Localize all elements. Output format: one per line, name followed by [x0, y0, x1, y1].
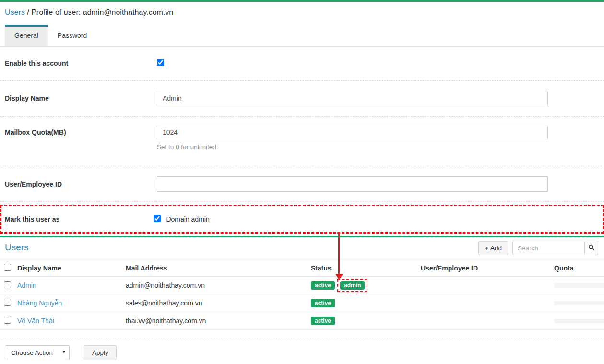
- users-table: Display Name Mail Address Status User/Em…: [0, 259, 604, 330]
- table-row: Nhàng Nguyễn sales@noithathay.com.vn act…: [0, 294, 604, 312]
- breadcrumb-separator: /: [25, 8, 31, 16]
- action-select[interactable]: Choose Action: [5, 345, 70, 360]
- users-toolbar: +Add: [478, 241, 598, 255]
- quota-bar: [554, 319, 604, 323]
- search-icon: [588, 244, 595, 252]
- breadcrumb-users-link[interactable]: Users: [5, 8, 25, 16]
- search-button[interactable]: [584, 241, 598, 255]
- table-header-row: Display Name Mail Address Status User/Em…: [0, 259, 604, 277]
- row-checkbox[interactable]: [4, 281, 11, 288]
- users-panel-title: Users: [5, 242, 29, 253]
- mailbox-quota-input[interactable]: [157, 125, 548, 140]
- table-row: Admin admin@noithathay.com.vn active adm…: [0, 277, 604, 294]
- search-input[interactable]: [512, 241, 584, 255]
- user-link[interactable]: Nhàng Nguyễn: [17, 299, 62, 307]
- users-panel-header: Users +Add: [0, 237, 604, 259]
- form-row-employee-id: User/Employee ID: [0, 166, 604, 202]
- add-user-button-label: Add: [490, 245, 502, 252]
- admin-badge-highlight-box: admin: [337, 279, 367, 292]
- domain-admin-checkbox[interactable]: [154, 215, 161, 222]
- tab-password[interactable]: Password: [48, 25, 96, 46]
- mailbox-quota-help: Set to 0 for unlimited.: [157, 143, 604, 151]
- apply-button[interactable]: Apply: [84, 345, 117, 360]
- mail-address-cell: thai.vv@noithathay.com.vn: [122, 312, 307, 330]
- mark-user-highlight-box: Mark this user as Domain admin: [0, 205, 604, 234]
- enable-account-checkbox[interactable]: [157, 59, 164, 66]
- mail-address-cell: admin@noithathay.com.vn: [122, 277, 307, 294]
- status-badge-active: active: [311, 299, 335, 307]
- action-select-wrap: Choose Action ▾: [5, 345, 70, 360]
- status-badge-active: active: [311, 317, 335, 325]
- tab-bar: General Password: [0, 23, 604, 47]
- quota-bar: [554, 283, 604, 288]
- annotation-arrow-head: [335, 274, 343, 280]
- col-display-name: Display Name: [13, 259, 122, 277]
- add-user-button[interactable]: +Add: [478, 241, 508, 255]
- annotation-arrow-line: [338, 234, 340, 274]
- form-row-enable-account: Enable this account: [0, 47, 604, 81]
- table-row: Võ Văn Thái thai.vv@noithathay.com.vn ac…: [0, 312, 604, 330]
- plus-icon: +: [485, 245, 488, 252]
- col-quota: Quota: [550, 259, 604, 277]
- mail-address-cell: sales@noithathay.com.vn: [122, 294, 307, 312]
- enable-account-label: Enable this account: [5, 59, 157, 67]
- page-title: Profile of user: admin@noithathay.com.vn: [31, 8, 173, 16]
- mailbox-quota-label: Mailbox Quota(MB): [5, 125, 157, 136]
- status-badge-admin: admin: [340, 281, 365, 290]
- form-row-mailbox-quota: Mailbox Quota(MB) Set to 0 for unlimited…: [0, 117, 604, 166]
- row-checkbox[interactable]: [4, 317, 11, 324]
- employee-id-cell: [417, 277, 550, 294]
- employee-id-cell: [417, 294, 550, 312]
- select-all-checkbox[interactable]: [4, 264, 11, 271]
- user-link[interactable]: Admin: [17, 282, 36, 289]
- page: Users / Profile of user: admin@noithatha…: [0, 0, 604, 364]
- display-name-input[interactable]: [157, 91, 548, 106]
- employee-id-label: User/Employee ID: [5, 180, 157, 188]
- tab-general[interactable]: General: [5, 25, 48, 46]
- form-row-display-name: Display Name: [0, 81, 604, 117]
- mark-user-label: Mark this user as: [5, 215, 154, 223]
- status-badge-active: active: [311, 281, 335, 290]
- quota-bar: [554, 301, 604, 305]
- display-name-label: Display Name: [5, 94, 157, 102]
- user-link[interactable]: Võ Văn Thái: [17, 317, 54, 325]
- col-mail-address: Mail Address: [122, 259, 307, 277]
- row-checkbox[interactable]: [4, 299, 11, 306]
- breadcrumb: Users / Profile of user: admin@noithatha…: [0, 2, 604, 23]
- employee-id-cell: [417, 312, 550, 330]
- employee-id-input[interactable]: [157, 176, 548, 192]
- domain-admin-checkbox-label: Domain admin: [166, 215, 209, 223]
- search-group: [512, 241, 598, 255]
- col-status: Status: [307, 259, 417, 277]
- col-employee-id: User/Employee ID: [417, 259, 550, 277]
- list-footer: Choose Action ▾ Apply: [0, 338, 604, 360]
